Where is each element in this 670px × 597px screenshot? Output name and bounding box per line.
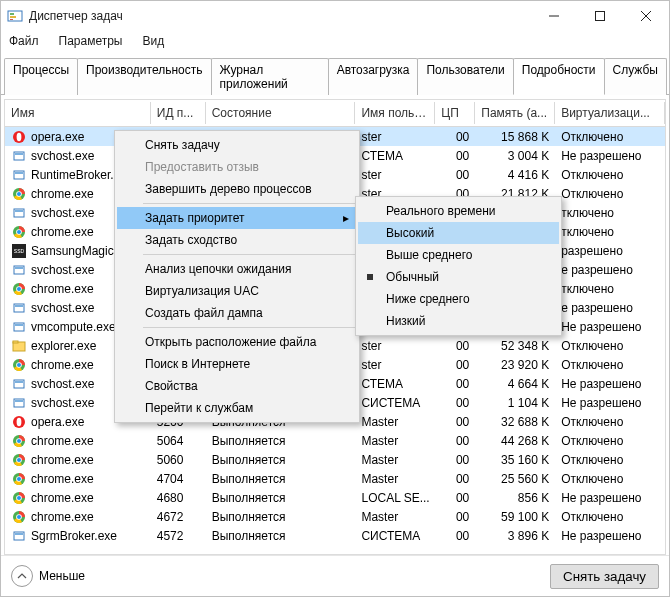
svg-point-37 — [17, 363, 21, 367]
chrome-icon — [11, 471, 27, 487]
menu-item[interactable]: Перейти к службам — [117, 397, 357, 419]
menu-item[interactable]: Низкий — [358, 310, 559, 332]
svg-rect-3 — [10, 19, 13, 20]
win-icon — [11, 395, 27, 411]
chrome-icon — [11, 224, 27, 240]
table-row[interactable]: chrome.exe4704ВыполняетсяMaster0025 560 … — [5, 469, 665, 488]
end-task-button[interactable]: Снять задачу — [550, 564, 659, 589]
menu-item[interactable]: Задать сходство — [117, 229, 357, 251]
menu-item[interactable]: Задать приоритет▸ — [117, 207, 357, 229]
cell-user: Master — [355, 471, 435, 487]
cell-pid: 4704 — [151, 471, 206, 487]
chrome-icon — [11, 281, 27, 297]
menubar: Файл Параметры Вид — [1, 31, 669, 55]
tab-details[interactable]: Подробности — [513, 58, 605, 95]
svg-rect-32 — [15, 324, 23, 326]
cell-virt: Отключено — [555, 357, 665, 373]
process-name: svchost.exe — [31, 206, 94, 220]
maximize-button[interactable] — [577, 1, 623, 31]
col-cpu[interactable]: ЦП — [435, 102, 475, 124]
cell-user: ster — [355, 129, 435, 145]
tab-app-history[interactable]: Журнал приложений — [211, 58, 329, 95]
cell-virt: тключено — [555, 281, 665, 297]
minimize-button[interactable] — [531, 1, 577, 31]
cell-pid: 4680 — [151, 490, 206, 506]
menu-item[interactable]: Поиск в Интернете — [117, 353, 357, 375]
process-name: svchost.exe — [31, 301, 94, 315]
col-mem[interactable]: Память (а... — [475, 102, 555, 124]
col-user[interactable]: Имя польз... — [355, 102, 435, 124]
col-virt[interactable]: Виртуализаци... — [555, 102, 665, 124]
process-name: chrome.exe — [31, 453, 94, 467]
menu-item[interactable]: Высокий — [358, 222, 559, 244]
fewer-details-button[interactable]: Меньше — [11, 565, 85, 587]
tab-performance[interactable]: Производительность — [77, 58, 211, 95]
context-menu: Снять задачуПредоставить отзывЗавершить … — [114, 130, 360, 423]
menu-item[interactable]: Ниже среднего — [358, 288, 559, 310]
cell-state: Выполняется — [206, 509, 356, 525]
menu-item[interactable]: Виртуализация UAC — [117, 280, 357, 302]
tab-services[interactable]: Службы — [604, 58, 667, 95]
table-row[interactable]: chrome.exe4680ВыполняетсяLOCAL SE...0085… — [5, 488, 665, 507]
table-row[interactable]: chrome.exe4672ВыполняетсяMaster0059 100 … — [5, 507, 665, 526]
menu-item[interactable]: Создать файл дампа — [117, 302, 357, 324]
chrome-icon — [11, 509, 27, 525]
cell-user: Master — [355, 509, 435, 525]
cell-virt: е разрешено — [555, 300, 665, 316]
table-row[interactable]: chrome.exe5064ВыполняетсяMaster0044 268 … — [5, 431, 665, 450]
svg-rect-41 — [15, 400, 23, 402]
tab-processes[interactable]: Процессы — [4, 58, 78, 95]
svg-point-21 — [17, 230, 21, 234]
win-icon — [11, 528, 27, 544]
tab-startup[interactable]: Автозагрузка — [328, 58, 419, 95]
opera-icon — [11, 414, 27, 430]
menu-item[interactable]: Выше среднего — [358, 244, 559, 266]
cell-user: СТЕМА — [355, 148, 435, 164]
menu-options[interactable]: Параметры — [55, 32, 127, 50]
chevron-right-icon: ▸ — [343, 211, 349, 225]
svg-rect-30 — [15, 305, 23, 307]
cell-virt: Отключено — [555, 338, 665, 354]
col-name[interactable]: Имя — [5, 102, 151, 124]
process-name: opera.exe — [31, 415, 84, 429]
window-controls — [531, 1, 669, 31]
win-icon — [11, 319, 27, 335]
win-icon — [11, 148, 27, 164]
cell-cpu: 00 — [435, 452, 475, 468]
menu-file[interactable]: Файл — [5, 32, 43, 50]
cell-mem: 1 104 K — [475, 395, 555, 411]
win-icon — [11, 167, 27, 183]
table-row[interactable]: SgrmBroker.exe4572ВыполняетсяСИСТЕМА003 … — [5, 526, 665, 545]
col-state[interactable]: Состояние — [206, 102, 356, 124]
svg-point-52 — [17, 477, 21, 481]
menu-item[interactable]: Открыть расположение файла — [117, 331, 357, 353]
menu-item[interactable]: Реального времени — [358, 200, 559, 222]
menu-item[interactable]: Свойства — [117, 375, 357, 397]
menu-item[interactable]: Снять задачу — [117, 134, 357, 156]
cell-user: Master — [355, 414, 435, 430]
svg-rect-18 — [15, 210, 23, 212]
process-name: chrome.exe — [31, 434, 94, 448]
menu-item[interactable]: Завершить дерево процессов — [117, 178, 357, 200]
win-icon — [11, 376, 27, 392]
col-pid[interactable]: ИД п... — [151, 102, 206, 124]
cell-virt: е разрешено — [555, 262, 665, 278]
menu-item[interactable]: Анализ цепочки ожидания — [117, 258, 357, 280]
cell-user: Master — [355, 433, 435, 449]
svg-point-28 — [17, 287, 21, 291]
task-manager-window: Диспетчер задач Файл Параметры Вид Проце… — [0, 0, 670, 597]
cell-virt: Отключено — [555, 471, 665, 487]
svg-point-16 — [17, 192, 21, 196]
close-button[interactable] — [623, 1, 669, 31]
explorer-icon — [11, 338, 27, 354]
table-row[interactable]: chrome.exe5060ВыполняетсяMaster0035 160 … — [5, 450, 665, 469]
menu-view[interactable]: Вид — [138, 32, 168, 50]
cell-user: ster — [355, 357, 435, 373]
opera-icon — [11, 129, 27, 145]
cell-mem: 25 560 K — [475, 471, 555, 487]
menu-item[interactable]: Обычный — [358, 266, 559, 288]
tab-users[interactable]: Пользователи — [417, 58, 513, 95]
process-name: svchost.exe — [31, 263, 94, 277]
cell-mem: 52 348 K — [475, 338, 555, 354]
process-name: SgrmBroker.exe — [31, 529, 117, 543]
